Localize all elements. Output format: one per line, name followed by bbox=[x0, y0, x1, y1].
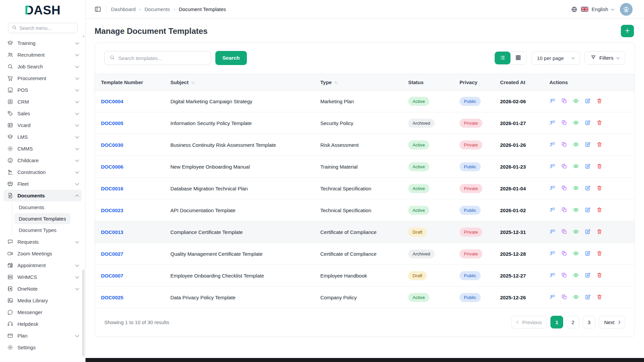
sidebar-item-fleet[interactable]: Fleet bbox=[3, 178, 82, 190]
per-page-select[interactable]: 10 per page bbox=[531, 51, 580, 65]
sidebar-subitem-document-types[interactable]: Document Types bbox=[14, 225, 61, 236]
duplicate-button[interactable] bbox=[561, 207, 567, 214]
sidebar-item-pos[interactable]: POS bbox=[3, 84, 82, 96]
sidebar-item-requests[interactable]: Requests bbox=[3, 236, 82, 248]
view-button[interactable] bbox=[573, 294, 579, 301]
sidebar-item-sales[interactable]: Sales bbox=[3, 108, 82, 119]
template-number-link[interactable]: DOC0016 bbox=[101, 186, 123, 191]
delete-button[interactable] bbox=[596, 185, 602, 192]
breadcrumb-documents[interactable]: Documents bbox=[145, 6, 170, 12]
assign-button[interactable] bbox=[549, 294, 555, 301]
delete-button[interactable] bbox=[596, 229, 602, 236]
sidebar-item-crm[interactable]: CRM bbox=[3, 96, 82, 108]
delete-button[interactable] bbox=[596, 141, 602, 148]
template-number-link[interactable]: DOC0005 bbox=[101, 120, 123, 126]
assign-button[interactable] bbox=[549, 163, 555, 170]
edit-button[interactable] bbox=[585, 229, 591, 236]
sidebar-item-documents[interactable]: Documents bbox=[3, 190, 82, 201]
edit-button[interactable] bbox=[585, 250, 591, 257]
edit-button[interactable] bbox=[585, 294, 591, 301]
breadcrumb-dashboard[interactable]: Dashboard bbox=[111, 6, 136, 12]
view-button[interactable] bbox=[573, 229, 579, 236]
previous-page-button[interactable]: Previous bbox=[512, 316, 547, 328]
duplicate-button[interactable] bbox=[561, 141, 567, 148]
sidebar-item-onenote[interactable]: OneNote bbox=[3, 283, 82, 295]
duplicate-button[interactable] bbox=[561, 163, 567, 170]
assign-button[interactable] bbox=[549, 185, 555, 192]
view-button[interactable] bbox=[573, 272, 579, 279]
add-template-button[interactable] bbox=[621, 25, 634, 37]
view-button[interactable] bbox=[573, 250, 579, 257]
edit-button[interactable] bbox=[585, 272, 591, 279]
assign-button[interactable] bbox=[549, 207, 555, 214]
template-number-link[interactable]: DOC0004 bbox=[101, 99, 123, 104]
scrollbar-up-arrow-icon[interactable]: ▲ bbox=[82, 35, 85, 38]
duplicate-button[interactable] bbox=[561, 229, 567, 236]
delete-button[interactable] bbox=[596, 207, 602, 214]
chevron-down-icon[interactable] bbox=[611, 7, 614, 10]
sidebar-subitem-documents[interactable]: Documents bbox=[14, 202, 49, 213]
delete-button[interactable] bbox=[596, 163, 602, 170]
assign-button[interactable] bbox=[549, 250, 555, 257]
sidebar-scrollbar[interactable]: ▲ bbox=[82, 35, 85, 360]
sidebar-item-messenger[interactable]: Messenger bbox=[3, 306, 82, 318]
filters-button[interactable]: Filters bbox=[585, 51, 625, 65]
view-button[interactable] bbox=[573, 141, 579, 148]
view-button[interactable] bbox=[573, 185, 579, 192]
globe-icon[interactable] bbox=[571, 6, 578, 13]
sort-icon[interactable]: ↑↓ bbox=[191, 80, 195, 85]
sidebar-item-recruitment[interactable]: Recruitment bbox=[3, 49, 82, 61]
view-button[interactable] bbox=[573, 120, 579, 127]
sidebar-item-settings[interactable]: Settings bbox=[3, 342, 82, 353]
sidebar-search-input[interactable] bbox=[19, 25, 74, 31]
delete-button[interactable] bbox=[596, 294, 602, 301]
sidebar-item-whmcs[interactable]: WHMCS bbox=[3, 271, 82, 283]
list-view-button[interactable] bbox=[495, 52, 511, 64]
template-number-link[interactable]: DOC0023 bbox=[101, 207, 123, 213]
sidebar-item-plan[interactable]: Plan bbox=[3, 330, 82, 342]
sidebar-item-cmms[interactable]: CMMS bbox=[3, 143, 82, 155]
view-button[interactable] bbox=[573, 207, 579, 214]
edit-button[interactable] bbox=[585, 141, 591, 148]
sidebar-item-appointment[interactable]: Appointment bbox=[3, 259, 82, 271]
search-button[interactable]: Search bbox=[215, 51, 247, 65]
sidebar-toggle-icon[interactable] bbox=[94, 6, 101, 13]
view-button[interactable] bbox=[573, 163, 579, 170]
template-number-link[interactable]: DOC0006 bbox=[101, 164, 123, 170]
sidebar-item-construction[interactable]: Construction bbox=[3, 166, 82, 178]
grid-view-button[interactable] bbox=[511, 52, 526, 64]
duplicate-button[interactable] bbox=[561, 272, 567, 279]
assign-button[interactable] bbox=[549, 272, 555, 279]
language-selector[interactable]: English bbox=[592, 6, 608, 12]
edit-button[interactable] bbox=[585, 163, 591, 170]
delete-button[interactable] bbox=[596, 250, 602, 257]
page-button-2[interactable]: 2 bbox=[567, 316, 579, 328]
sidebar-item-lms[interactable]: LMS bbox=[3, 131, 82, 143]
edit-button[interactable] bbox=[585, 207, 591, 214]
assign-button[interactable] bbox=[549, 141, 555, 148]
templates-search-input[interactable] bbox=[118, 55, 206, 61]
template-number-link[interactable]: DOC0027 bbox=[101, 251, 123, 257]
avatar[interactable] bbox=[620, 3, 633, 16]
duplicate-button[interactable] bbox=[561, 294, 567, 301]
sidebar-item-training[interactable]: Training bbox=[3, 37, 82, 49]
duplicate-button[interactable] bbox=[561, 250, 567, 257]
duplicate-button[interactable] bbox=[561, 120, 567, 127]
delete-button[interactable] bbox=[596, 98, 602, 105]
sidebar-item-zoom-meetings[interactable]: Zoom Meetings bbox=[3, 248, 82, 259]
template-number-link[interactable]: DOC0030 bbox=[101, 142, 123, 148]
delete-button[interactable] bbox=[596, 272, 602, 279]
duplicate-button[interactable] bbox=[561, 98, 567, 105]
sidebar-item-vcard[interactable]: Vcard bbox=[3, 119, 82, 131]
delete-button[interactable] bbox=[596, 120, 602, 127]
sidebar-subitem-document-templates[interactable]: Document Templates bbox=[14, 213, 70, 224]
view-button[interactable] bbox=[573, 98, 579, 105]
edit-button[interactable] bbox=[585, 185, 591, 192]
page-button-1[interactable]: 1 bbox=[550, 316, 563, 328]
assign-button[interactable] bbox=[549, 98, 555, 105]
template-number-link[interactable]: DOC0007 bbox=[101, 273, 123, 279]
assign-button[interactable] bbox=[549, 120, 555, 127]
sidebar-item-job-search[interactable]: Job Search bbox=[3, 61, 82, 72]
sidebar-item-childcare[interactable]: Childcare bbox=[3, 155, 82, 166]
template-number-link[interactable]: DOC0025 bbox=[101, 295, 123, 300]
